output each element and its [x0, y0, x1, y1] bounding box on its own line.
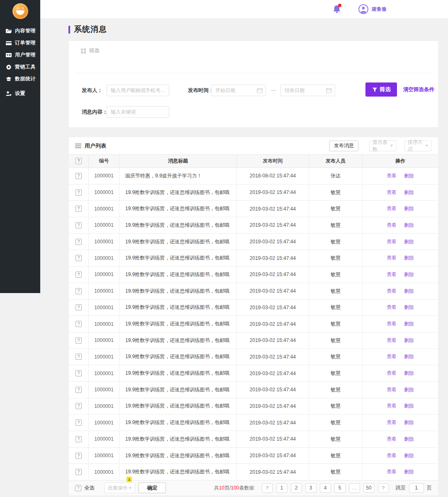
view-link[interactable]: 查看 [387, 205, 397, 212]
delete-link[interactable]: 删除 [404, 288, 414, 295]
cell-publish-time: 2018-08-02 15:47:44 [237, 168, 309, 184]
delete-link[interactable]: 删除 [404, 452, 414, 459]
delete-link[interactable]: 删除 [404, 353, 414, 360]
view-link[interactable]: 查看 [387, 189, 397, 196]
delete-link[interactable]: 删除 [404, 320, 414, 327]
sidebar-item-2[interactable]: 用户管理 [0, 49, 40, 61]
select-all-checkbox[interactable]: ? [75, 158, 82, 164]
row-checkbox[interactable]: ? [75, 337, 82, 344]
view-link[interactable]: 查看 [387, 320, 397, 327]
row-checkbox[interactable]: ? [75, 255, 82, 261]
view-link[interactable]: 查看 [387, 353, 397, 360]
sidebar: 内容管理 订单管理 用户管理 营销工具 数据统计 设置 [0, 0, 40, 293]
row-checkbox[interactable]: ? [75, 354, 82, 360]
row-checkbox[interactable]: ? [75, 239, 82, 245]
select-all-footer-checkbox[interactable]: ? [75, 485, 81, 491]
view-link[interactable]: 查看 [387, 436, 397, 443]
clear-filters-link[interactable]: 清空筛选条件 [403, 82, 434, 97]
row-checkbox[interactable]: ? [75, 469, 82, 475]
publisher-input[interactable] [107, 85, 169, 96]
delete-link[interactable]: 删除 [404, 436, 414, 443]
row-checkbox[interactable]: ? [75, 173, 82, 179]
batch-action-dropdown[interactable]: 批量操作 ▼ [105, 482, 135, 493]
delete-link[interactable]: 删除 [404, 189, 414, 196]
row-checkbox[interactable]: ? [75, 189, 82, 196]
view-link[interactable]: 查看 [387, 222, 397, 229]
view-link[interactable]: 查看 [387, 288, 397, 295]
confirm-button[interactable]: 确定 [139, 482, 166, 493]
table-row: ? 1000001 19.9抢数学训练营，还送思维训练图书，包邮哦 2019-0… [69, 431, 438, 448]
view-link[interactable]: 查看 [387, 452, 397, 459]
cell-title: 19.9抢数学训练营，还送思维训练图书，包邮哦 [119, 431, 237, 447]
cell-publish-time: 2019-03-02 15:47:44 [237, 349, 309, 365]
page-button-5[interactable]: 5 [334, 483, 346, 493]
delete-link[interactable]: 删除 [404, 222, 414, 229]
view-link[interactable]: 查看 [387, 255, 397, 262]
sort-order-dropdown[interactable]: 排序方式 ▼ [404, 141, 432, 151]
view-link[interactable]: 查看 [387, 402, 397, 410]
delete-link[interactable]: 删除 [404, 337, 414, 344]
sidebar-item-3[interactable]: 营销工具 [0, 61, 40, 73]
next-page-button[interactable]: ? [378, 483, 389, 493]
prev-page-button[interactable]: ? [262, 483, 273, 493]
row-checkbox[interactable]: ? [75, 387, 82, 393]
user-menu[interactable]: 建鲁豫 [358, 4, 387, 14]
sidebar-item-4[interactable]: 数据统计 [0, 73, 40, 85]
notification-bell-icon[interactable] [333, 5, 341, 14]
page-button-3[interactable]: 3 [305, 483, 317, 493]
row-checkbox[interactable]: ? [75, 206, 82, 212]
row-checkbox[interactable]: ? [75, 436, 82, 442]
row-checkbox[interactable]: ? [75, 419, 82, 426]
display-count-dropdown[interactable]: 显示条数 ▼ [369, 141, 397, 151]
page-button-4[interactable]: 4 [320, 483, 331, 493]
row-checkbox[interactable]: ? [75, 222, 82, 228]
list-title: 用户列表 [75, 142, 106, 150]
view-link[interactable]: 查看 [387, 172, 397, 179]
view-link[interactable]: 查看 [387, 370, 397, 377]
page-jump-input[interactable] [409, 483, 424, 493]
row-checkbox[interactable]: ? [75, 288, 82, 294]
delete-link[interactable]: 删除 [404, 255, 414, 262]
delete-link[interactable]: 删除 [404, 419, 414, 426]
table-row: ? 1000001 19.9抢数学训练营，还送思维训练图书，包邮哦 2019-0… [69, 250, 438, 267]
view-link[interactable]: 查看 [387, 238, 397, 245]
view-link[interactable]: 查看 [387, 468, 397, 475]
row-checkbox[interactable]: ? [75, 403, 82, 409]
app-logo-icon[interactable] [12, 3, 28, 19]
sidebar-nav: 内容管理 订单管理 用户管理 营销工具 数据统计 设置 [0, 25, 40, 99]
row-checkbox[interactable]: ? [75, 321, 82, 327]
view-link[interactable]: 查看 [387, 386, 397, 393]
delete-link[interactable]: 删除 [404, 304, 414, 311]
page-button-2[interactable]: 2 [291, 483, 302, 493]
delete-link[interactable]: 删除 [404, 386, 414, 393]
delete-link[interactable]: 删除 [404, 271, 414, 278]
delete-link[interactable]: 删除 [404, 238, 414, 245]
table-row: ? 1000001 19.9抢数学训练营，还送思维训练图书，包邮哦 2019-0… [69, 184, 438, 201]
view-link[interactable]: 查看 [387, 304, 397, 311]
sidebar-item-1[interactable]: 订单管理 [0, 37, 40, 49]
message-content-input[interactable] [107, 106, 169, 118]
cell-title: 19.9抢数学训练营，还送思维训练图书，包邮哦 [119, 250, 237, 266]
view-link[interactable]: 查看 [387, 419, 397, 426]
cell-id: 1000001 [89, 267, 119, 283]
row-checkbox[interactable]: ? [75, 272, 82, 278]
delete-link[interactable]: 删除 [404, 468, 414, 475]
delete-link[interactable]: 删除 [404, 370, 414, 377]
sidebar-item-5[interactable]: 设置 [0, 87, 40, 99]
delete-link[interactable]: 删除 [404, 402, 414, 410]
column-header-time: 发布时间 [237, 155, 309, 167]
delete-link[interactable]: 删除 [404, 172, 414, 179]
filter-button[interactable]: 筛选 [365, 82, 397, 97]
row-checkbox[interactable]: ? [75, 304, 82, 310]
page-button-1[interactable]: 1 [276, 483, 287, 493]
sidebar-item-0[interactable]: 内容管理 [0, 25, 40, 37]
row-checkbox[interactable]: ? [75, 370, 82, 376]
view-link[interactable]: 查看 [387, 271, 397, 278]
delete-link[interactable]: 删除 [404, 205, 414, 212]
column-header-id: 编号 [89, 155, 119, 167]
row-checkbox[interactable]: ? [75, 453, 82, 459]
cell-publish-time: 2019-03-02 15:47:44 [237, 382, 309, 398]
publish-message-button[interactable]: 发布消息 [329, 141, 358, 151]
page-button-50[interactable]: 50 [363, 483, 375, 493]
view-link[interactable]: 查看 [387, 337, 397, 344]
